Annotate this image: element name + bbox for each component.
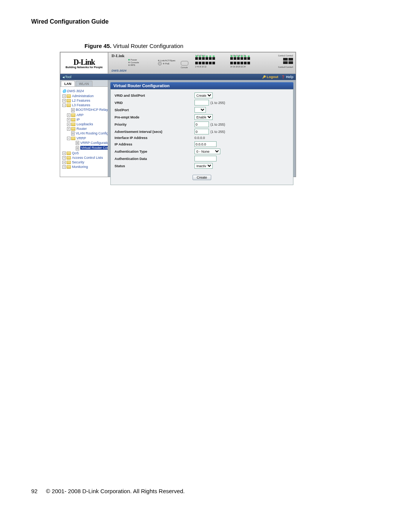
tree-l2-features[interactable]: +L2 Features	[61, 98, 107, 103]
hint-adv: (1 to 255)	[210, 130, 225, 134]
row-ip-address: IP Address	[115, 141, 289, 148]
link-led-group: Link/ACT/Spec PoE	[158, 59, 175, 66]
port-numbers-bot-b: 14 16 18 20 22 24	[230, 66, 245, 68]
port-numbers-bot-a: 2 4 6 8 10 12	[195, 66, 206, 68]
value-interface-ip: 0.0.0.0	[194, 136, 205, 140]
port-bank-2-top	[230, 57, 250, 60]
config-panel: VRID and Slot/Port Create VRID (1 to 255…	[110, 89, 293, 185]
select-slotport[interactable]	[194, 107, 206, 113]
tree-router[interactable]: +Router	[61, 126, 107, 131]
panel-title: Virtual Router Configuration	[110, 82, 293, 89]
select-preempt[interactable]: Enable	[194, 114, 213, 120]
sidebar: LAN WLAN DWS-3024 +Administration +L2 Fe…	[60, 80, 108, 177]
combo-ports	[283, 58, 293, 64]
sidebar-tabs: LAN WLAN	[60, 80, 108, 87]
tree-vlan-routing[interactable]: ·VLAN Routing Configurati	[61, 131, 107, 136]
row-vrid: VRID (1 to 255)	[115, 99, 289, 106]
label-interface-ip: Interface IP Address	[115, 136, 194, 140]
select-auth-type[interactable]: 0 - None	[194, 149, 220, 154]
device-front-panel: D-Link DWS-3024 Power Console RPS Link/A…	[108, 52, 296, 74]
tree-bootp-dhcp[interactable]: ·BOOTP/DHCP Relay Agent	[61, 107, 107, 112]
help-link[interactable]: Help	[281, 75, 293, 79]
page-number: 92	[31, 488, 38, 494]
row-vrid-slotport: VRID and Slot/Port Create	[115, 92, 289, 99]
main-content: Virtual Router Configuration VRID and Sl…	[108, 80, 296, 177]
app-window: D-Link Building Networks for People D-Li…	[60, 52, 296, 177]
tool-menu[interactable]: Tool	[62, 75, 71, 79]
brand-logo: D-Link	[73, 58, 95, 67]
label-preempt: Pre-empt Mode	[115, 115, 194, 119]
device-model: DWS-3024	[112, 69, 126, 72]
brand-logo-box: D-Link Building Networks for People	[60, 52, 108, 74]
tree-virtual-router-config[interactable]: ·Virtual Router Configu	[61, 145, 107, 150]
label-auth-type: Authentication Type	[115, 150, 194, 153]
row-preempt: Pre-empt Mode Enable	[115, 113, 289, 121]
hint-vrid: (1 to 255)	[210, 101, 225, 105]
row-slotport: Slot/Port	[115, 106, 289, 113]
label-ip-address: IP Address	[115, 142, 194, 146]
input-vrid[interactable]	[194, 100, 209, 105]
button-row: Create	[115, 173, 289, 180]
label-status: Status	[115, 164, 194, 168]
hint-priority: (1 to 255)	[210, 123, 225, 126]
tree-vrrp-config[interactable]: ·VRRP Configuration	[61, 141, 107, 145]
label-adv-interval: Advertisement Interval (secs)	[115, 130, 194, 134]
row-priority: Priority (1 to 255)	[115, 121, 289, 128]
console-port-label: Console	[181, 66, 188, 69]
input-adv-interval[interactable]	[194, 129, 209, 134]
tab-wlan[interactable]: WLAN	[76, 81, 92, 86]
label-vrid: VRID	[115, 101, 194, 105]
power-led-group: Power Console RPS	[128, 59, 139, 67]
console-port-icon	[181, 61, 188, 66]
toolbar: Tool Logout Help	[60, 74, 296, 80]
label-priority: Priority	[115, 123, 194, 126]
logout-link[interactable]: Logout	[262, 75, 279, 79]
figure-label: Figure 45.	[84, 43, 112, 49]
create-button[interactable]: Create	[193, 175, 211, 180]
figure-caption: Figure 45. Virtual Router Configuration	[84, 43, 183, 49]
tab-lan[interactable]: LAN	[61, 81, 75, 86]
tree-arp[interactable]: +ARP	[61, 113, 107, 117]
row-status: Status Inactive	[115, 162, 289, 169]
port-bank-1-bot	[195, 62, 215, 64]
brand-tagline: Building Networks for People	[65, 66, 103, 69]
port-bank-2-bot	[230, 62, 250, 64]
label-auth-data: Authentication Data	[115, 157, 194, 161]
tree-vrrp[interactable]: −VRRP	[61, 136, 107, 141]
combo-label-top: Combo1 Combo2	[278, 54, 293, 57]
port-bank-1-top	[195, 57, 215, 60]
input-auth-data[interactable]	[194, 156, 217, 161]
nav-tree: DWS-3024 +Administration +L2 Features −L…	[60, 87, 108, 171]
input-ip-address[interactable]	[194, 141, 217, 147]
app-body: LAN WLAN DWS-3024 +Administration +L2 Fe…	[60, 80, 296, 177]
device-logo: D-Link	[112, 53, 124, 58]
tree-loopbacks[interactable]: +Loopbacks	[61, 122, 107, 126]
select-vrid-slotport[interactable]: Create	[194, 93, 213, 98]
label-slotport: Slot/Port	[115, 108, 194, 112]
row-interface-ip: Interface IP Address 0.0.0.0	[115, 135, 289, 141]
tree-monitoring[interactable]: +Monitoring	[61, 165, 107, 169]
tree-ip[interactable]: +IP	[61, 117, 107, 122]
copyright: © 2001- 2008 D-Link Corporation. All Rig…	[46, 488, 185, 494]
row-adv-interval: Advertisement Interval (secs) (1 to 255)	[115, 128, 289, 135]
select-status[interactable]: Inactive	[194, 163, 213, 169]
tree-administration[interactable]: +Administration	[61, 94, 107, 98]
tree-root[interactable]: DWS-3024	[61, 88, 107, 94]
row-auth-type: Authentication Type 0 - None	[115, 148, 289, 155]
row-auth-data: Authentication Data	[115, 155, 289, 162]
combo-label-bot: Combo3 Combo4	[278, 66, 293, 68]
tree-l3-features[interactable]: −L3 Features	[61, 103, 107, 107]
tree-security[interactable]: +Security	[61, 160, 107, 165]
page-header: Wired Configuration Guide	[31, 18, 108, 25]
input-priority[interactable]	[194, 121, 209, 127]
figure-title: Virtual Router Configuration	[113, 43, 183, 49]
tree-acl[interactable]: +Access Control Lists	[61, 155, 107, 160]
tree-qos[interactable]: +QoS	[61, 151, 107, 155]
page-footer: 92 © 2001- 2008 D-Link Corporation. All …	[31, 488, 185, 494]
label-vrid-slotport: VRID and Slot/Port	[115, 94, 194, 97]
device-banner: D-Link Building Networks for People D-Li…	[60, 52, 296, 74]
